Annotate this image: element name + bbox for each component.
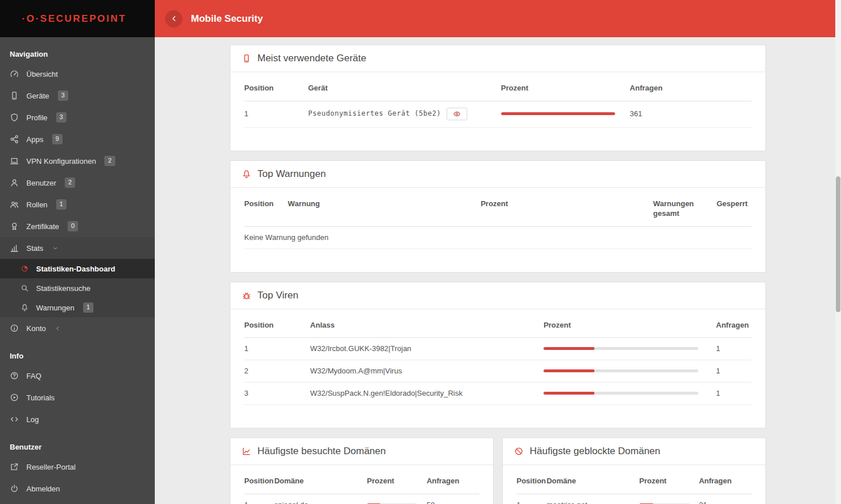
certificate-icon [10,222,19,231]
position-cell: 1 [517,494,546,504]
sidebar-item-faq[interactable]: FAQ [0,365,155,387]
name-cell: spiegel.de [274,494,367,504]
column-header: Prozent [367,467,427,494]
sidebar-item-label: Log [26,415,39,424]
sidebar-item-label: Zertifikate [26,222,59,231]
card-body: PositionGerätProzentAnfragen1Pseudonymis… [230,72,765,151]
back-button[interactable] [165,10,182,27]
sidebar-item-label: Geräte [26,92,49,100]
sidebar-item-label: Warnungen [36,304,75,312]
sidebar-item-gerate[interactable]: Geräte3 [0,85,155,107]
main-area: Mobile Security Meist verwendete Geräte … [155,0,841,504]
position-cell: 1 [244,494,274,504]
users-icon [10,200,19,209]
sidebar-item-stats[interactable]: Stats [0,237,155,259]
sidebar-item-statistiken-dashboard[interactable]: Statistiken-Dashboard [0,259,155,278]
name-cell: W32/SuspPack.N.gen!Eldorado|Security_Ris… [310,383,543,405]
sidebar-item-reseller-portal[interactable]: Reseller-Portal [0,456,155,478]
table-header-row: PositionGerätProzentAnfragen [244,74,752,101]
sidebar-item-label: Rollen [26,200,48,209]
column-header: Gesperrt [717,190,752,227]
search-icon [21,284,29,292]
card-body: PositionAnlassProzentAnfragen1W32/Ircbot… [230,309,765,428]
table-header-row: PositionWarnungProzentWarnungen gesamtGe… [244,190,752,227]
sidebar-item-vpn-konfigurationen[interactable]: VPN Konfigurationen2 [0,150,155,172]
card-body: PositionWarnungProzentWarnungen gesamtGe… [230,188,765,272]
requests-cell: 1 [716,360,752,383]
column-header: Gerät [308,74,501,101]
smartphone-icon [242,54,251,63]
sidebar-item-statistikensuche[interactable]: Statistikensuche [0,278,155,298]
scrollbar-thumb[interactable] [836,176,840,312]
table-header-row: PositionAnlassProzentAnfragen [244,312,752,338]
share-nodes-icon [10,135,19,144]
table-row: 1spiegel.de58 [244,494,479,504]
progress-fill [543,392,594,395]
column-header: Anfragen [630,74,752,101]
progress-bar [543,347,698,350]
card-header: Top Warnungen [230,161,765,188]
count-badge: 2 [65,178,75,188]
sidebar-item-benutzer[interactable]: Benutzer2 [0,172,155,194]
count-badge: 0 [68,221,78,231]
sidebar-item-rollen[interactable]: Rollen1 [0,194,155,215]
progress-bar [501,112,615,115]
cards-container: Meist verwendete Geräte PositionGerätPro… [230,45,766,504]
sidebar-item-konto[interactable]: Konto [0,317,155,339]
column-header: Warnung [288,190,480,227]
bottom-card-row: Häufigste besuchte Domänen PositionDomän… [230,438,766,504]
smartphone-icon [10,91,19,100]
column-header: Anfragen [427,467,479,494]
devices-table: PositionGerätProzentAnfragen1Pseudonymis… [244,74,752,128]
info-circle-icon [10,324,19,333]
percent-cell [501,101,630,127]
card-top-warnings: Top Warnungen PositionWarnungProzentWarn… [230,160,766,273]
card-header: Häufigste geblockte Domänen [503,438,765,465]
sidebar-item-label: Abmelden [26,485,60,493]
sidebar-item-label: Apps [26,135,44,144]
sidebar-item-tutorials[interactable]: Tutorials [0,387,155,408]
column-header: Anfragen [716,312,752,338]
topbar: Mobile Security [155,0,841,37]
table-row: Keine Warnung gefunden [244,226,752,249]
sidebar-item-apps[interactable]: Apps9 [0,128,155,150]
eye-icon [453,110,461,118]
column-header: Position [244,190,288,227]
blocked-circle-icon [514,447,523,456]
table-row: 1meetrics.net31 [517,494,752,504]
sidebar-item-profile[interactable]: Profile3 [0,107,155,128]
sidebar-item-label: Statistikensuche [36,284,91,293]
app: ·O·SECUREPOINT NavigationÜbersichtGeräte… [0,0,841,504]
column-header: Prozent [639,467,699,494]
sidebar-item-abmelden[interactable]: Abmelden [0,478,155,499]
sidebar-item-log[interactable]: Log [0,408,155,430]
sidebar-nav: NavigationÜbersichtGeräte3Profile3Apps9V… [0,37,155,504]
sidebar-item-zertifikate[interactable]: Zertifikate0 [0,215,155,237]
table-header-row: PositionDomäneProzentAnfragen [517,467,752,494]
user-icon [10,178,19,187]
sidebar-item-ubersicht[interactable]: Übersicht [0,63,155,85]
page-title: Mobile Security [191,13,263,25]
scrollbar[interactable] [835,0,841,504]
code-icon [10,415,19,424]
sidebar-item-label: Statistiken-Dashboard [36,265,115,273]
visited-domains-table: PositionDomäneProzentAnfragen1spiegel.de… [244,467,479,504]
column-header: Anfragen [699,467,752,494]
bell-icon [21,304,29,312]
name-cell: W32/Mydoom.A@mm|Virus [310,360,543,383]
requests-cell: 1 [716,383,752,405]
card-header: Häufigste besuchte Domänen [230,438,493,465]
column-header: Position [244,467,274,494]
sidebar-item-label: Konto [26,324,46,333]
table-row: 1Pseudonymisiertes Gerät (5be2)361 [244,101,752,127]
position-cell: 3 [244,383,310,405]
position-cell: 2 [244,360,310,383]
brand-logo-text: ·O·SECUREPOINT [22,13,126,25]
column-header: Warnungen gesamt [653,190,717,227]
reveal-device-button[interactable] [447,108,467,120]
brand-logo[interactable]: ·O·SECUREPOINT [0,0,155,37]
progress-bar [543,392,698,395]
sidebar-item-warnungen[interactable]: Warnungen1 [0,298,155,317]
requests-cell: 58 [427,494,479,504]
warnings-table: PositionWarnungProzentWarnungen gesamtGe… [244,190,752,249]
